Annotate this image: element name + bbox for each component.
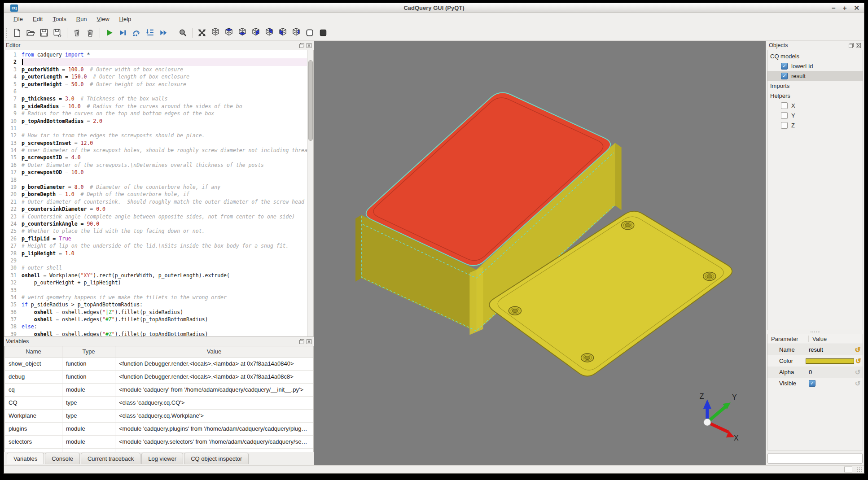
shaded-button[interactable] bbox=[316, 26, 330, 39]
tree-group-cq-models[interactable]: CQ models bbox=[767, 51, 863, 61]
step-into-button[interactable] bbox=[143, 26, 157, 39]
tree-item-result[interactable]: ✓result bbox=[767, 71, 863, 81]
code-line[interactable]: p_lipHeight = 1.0 bbox=[22, 250, 313, 257]
visible-checkbox[interactable]: ✓ bbox=[809, 380, 815, 387]
variable-row[interactable]: debugfunction<function Debugger.render.<… bbox=[5, 370, 313, 383]
code-line[interactable] bbox=[22, 287, 313, 294]
code-line[interactable]: # Outer diameter of countersink. Should … bbox=[22, 198, 313, 205]
delete-button[interactable] bbox=[83, 26, 97, 39]
tree-group-imports[interactable]: Imports bbox=[767, 81, 863, 91]
scrollbar-thumb[interactable] bbox=[308, 60, 313, 141]
continue-button[interactable] bbox=[157, 26, 170, 39]
splitter-grip[interactable] bbox=[767, 330, 863, 334]
search-button[interactable] bbox=[176, 26, 189, 39]
view-front-button[interactable] bbox=[249, 26, 263, 39]
code-line[interactable]: p_boreDepth = 1.0 # Depth of the counter… bbox=[22, 191, 313, 198]
code-line[interactable]: p_sideRadius = 10.0 # Radius for the cur… bbox=[22, 103, 313, 110]
tab-cq-object-inspector[interactable]: CQ object inspector bbox=[184, 453, 249, 464]
code-line[interactable]: oshell = oshell.edges("#Z").fillet(p_top… bbox=[22, 316, 313, 323]
float-panel-icon[interactable] bbox=[299, 339, 305, 345]
code-line[interactable]: else: bbox=[22, 323, 313, 330]
variable-row[interactable]: pluginsmodule<module 'cadquery.plugins' … bbox=[5, 422, 313, 435]
variable-row[interactable]: selectorsmodule<module 'cadquery.selecto… bbox=[5, 435, 313, 448]
resize-grip-icon[interactable] bbox=[857, 467, 862, 472]
code-line[interactable]: p_screwpostOD = 10.0 bbox=[22, 169, 313, 176]
variable-row[interactable]: show_objectfunction<function Debugger.re… bbox=[5, 357, 313, 370]
close-panel-icon[interactable] bbox=[306, 339, 312, 345]
variables-column-header[interactable]: Value bbox=[115, 346, 313, 357]
code-line[interactable] bbox=[22, 58, 307, 65]
save-button[interactable] bbox=[37, 26, 51, 39]
editor-scrollbar[interactable] bbox=[307, 50, 313, 336]
close-panel-icon[interactable] bbox=[855, 43, 861, 48]
code-line[interactable]: from cadquery import * bbox=[22, 51, 313, 58]
float-panel-icon[interactable] bbox=[299, 43, 305, 48]
code-line[interactable] bbox=[22, 176, 313, 183]
code-line[interactable]: p_outerWidth = 100.0 # Outer width of bo… bbox=[22, 66, 313, 73]
visibility-checkbox[interactable] bbox=[781, 122, 788, 129]
tab-current-traceback[interactable]: Current traceback bbox=[81, 453, 140, 464]
fit-view-button[interactable] bbox=[195, 26, 209, 39]
code-line[interactable]: # weird geometry happens if we make the … bbox=[22, 294, 313, 301]
tree-group-helpers[interactable]: Helpers bbox=[767, 91, 863, 100]
tree-item-y[interactable]: Y bbox=[767, 110, 863, 120]
step-over-button[interactable] bbox=[130, 26, 143, 39]
maximize-button[interactable]: + bbox=[843, 3, 847, 13]
code-line[interactable]: if p_sideRadius > p_topAndBottomRadius: bbox=[22, 301, 313, 308]
tab-variables[interactable]: Variables bbox=[7, 453, 44, 464]
code-line[interactable]: # Countersink angle (complete angle betw… bbox=[22, 213, 313, 220]
view-right-button[interactable] bbox=[289, 26, 303, 39]
code-line[interactable]: # Outer Diameter of the screwposts.\nDet… bbox=[22, 161, 313, 169]
menu-run[interactable]: Run bbox=[71, 14, 92, 24]
tree-item-x[interactable]: X bbox=[767, 100, 863, 110]
render-button[interactable] bbox=[103, 26, 116, 39]
code-editor[interactable]: 1234567891011121314151617181920212223242… bbox=[4, 50, 314, 337]
tab-console[interactable]: Console bbox=[45, 453, 80, 464]
code-line[interactable]: p_outerLength = 150.0 # Outer length of … bbox=[22, 73, 313, 80]
view-left-button[interactable] bbox=[276, 26, 289, 39]
code-line[interactable]: # Whether to place the lid with the top … bbox=[22, 227, 313, 235]
menu-edit[interactable]: Edit bbox=[28, 14, 48, 24]
code-line[interactable]: p_outerHeight + p_lipHeight) bbox=[22, 279, 313, 286]
tab-log-viewer[interactable]: Log viewer bbox=[141, 453, 183, 464]
code-area[interactable]: from cadquery import *p_outerWidth = 100… bbox=[20, 50, 313, 336]
code-line[interactable]: # Radius for the curves on the top and b… bbox=[22, 110, 313, 117]
code-line[interactable] bbox=[22, 257, 313, 264]
close-panel-icon[interactable] bbox=[306, 43, 312, 48]
tree-item-z[interactable]: Z bbox=[767, 120, 863, 130]
wireframe-button[interactable] bbox=[303, 26, 316, 39]
float-panel-icon[interactable] bbox=[848, 43, 854, 48]
variables-column-header[interactable]: Type bbox=[62, 346, 115, 357]
visibility-checkbox[interactable] bbox=[781, 112, 788, 119]
code-line[interactable]: oshell = oshell.edges("#Z").fillet(p_top… bbox=[22, 331, 313, 336]
code-line[interactable]: p_boreDiameter = 8.0 # Diameter of the c… bbox=[22, 183, 313, 191]
view-bottom-button[interactable] bbox=[236, 26, 249, 39]
toolbar-grip[interactable] bbox=[6, 27, 9, 38]
clean-button[interactable] bbox=[70, 26, 83, 39]
view-back-button[interactable] bbox=[263, 26, 276, 39]
visibility-checkbox[interactable] bbox=[781, 102, 788, 109]
view-top-button[interactable] bbox=[222, 26, 236, 39]
code-line[interactable]: oshell = Workplane("XY").rect(p_outerWid… bbox=[22, 272, 313, 279]
code-line[interactable]: # outer shell bbox=[22, 264, 313, 271]
new-file-button[interactable] bbox=[10, 26, 24, 39]
code-line[interactable]: p_topAndBottomRadius = 2.0 bbox=[22, 118, 313, 125]
code-line[interactable]: p_countersinkDiameter = 0.0 bbox=[22, 205, 313, 213]
reset-icon[interactable]: ↺ bbox=[853, 346, 863, 354]
menu-view[interactable]: View bbox=[92, 14, 114, 24]
menu-file[interactable]: File bbox=[9, 14, 28, 24]
code-line[interactable] bbox=[22, 88, 313, 95]
code-line[interactable]: p_outerHeight = 50.0 # Outer height of b… bbox=[22, 81, 313, 88]
variable-row[interactable]: Planetype<class 'cadquery.occ_impl.geom.… bbox=[5, 448, 313, 452]
variable-row[interactable]: Workplanetype<class 'cadquery.cq.Workpla… bbox=[5, 409, 313, 422]
open-button[interactable] bbox=[24, 26, 37, 39]
close-button[interactable]: ✕ bbox=[854, 3, 859, 13]
code-line[interactable]: # Height of lip on the underside of the … bbox=[22, 242, 313, 249]
reset-icon[interactable]: ↺ bbox=[854, 357, 863, 365]
code-line[interactable] bbox=[22, 125, 313, 132]
code-line[interactable]: # How far in from the edges the screwpos… bbox=[22, 132, 313, 139]
code-line[interactable]: p_thickness = 3.0 # Thickness of the box… bbox=[22, 95, 313, 102]
code-line[interactable]: oshell = oshell.edges("|Z").fillet(p_sid… bbox=[22, 309, 313, 316]
code-line[interactable]: p_flipLid = True bbox=[22, 235, 313, 242]
code-line[interactable]: p_screwpostID = 4.0 bbox=[22, 154, 313, 161]
